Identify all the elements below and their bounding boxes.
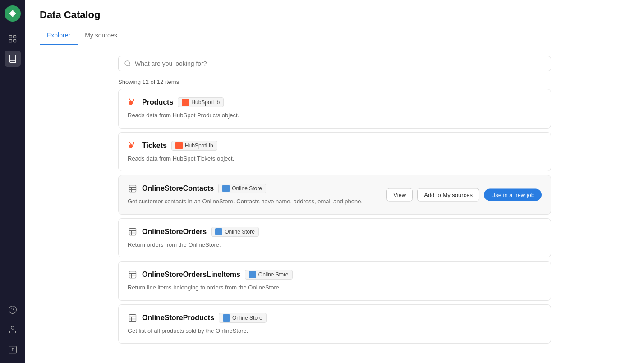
tab-explorer[interactable]: Explorer bbox=[40, 28, 78, 45]
badge-icon-online-store-contacts bbox=[222, 185, 230, 192]
hubspot-icon-products bbox=[128, 97, 138, 107]
svg-rect-5 bbox=[14, 40, 16, 42]
item-actions-contacts: View Add to My sources Use in a new job bbox=[386, 188, 542, 201]
table-icon-contacts bbox=[128, 184, 138, 193]
catalog-item-online-store-products: OnlineStoreProducts Online Store Get lis… bbox=[118, 304, 551, 344]
item-header-tickets: Tickets HubSpotLib bbox=[128, 141, 542, 151]
svg-rect-16 bbox=[129, 228, 136, 235]
sidebar bbox=[0, 0, 25, 363]
badge-online-store-products: Online Store bbox=[219, 313, 267, 323]
item-description-products: Reads data from HubSpot Products object. bbox=[128, 111, 542, 120]
sidebar-item-user[interactable] bbox=[5, 322, 21, 338]
item-header-orders: OnlineStoreOrders Online Store bbox=[128, 227, 542, 237]
badge-icon-online-store-orders bbox=[215, 228, 222, 235]
svg-point-6 bbox=[9, 306, 17, 314]
sidebar-item-help[interactable] bbox=[5, 302, 21, 318]
header: Data Catalog Explorer My sources bbox=[25, 0, 644, 45]
main-content: Data Catalog Explorer My sources Showing… bbox=[25, 0, 644, 363]
item-header-orders-line-items: OnlineStoreOrdersLineItems Online Store bbox=[128, 270, 542, 280]
svg-rect-24 bbox=[129, 314, 136, 321]
svg-point-10 bbox=[125, 61, 130, 66]
sidebar-item-share[interactable] bbox=[5, 341, 21, 358]
sidebar-item-book[interactable] bbox=[5, 51, 21, 67]
badge-label-orders-line-items: Online Store bbox=[258, 271, 289, 278]
badge-label-products: HubSpotLib bbox=[191, 99, 220, 106]
item-header-online-store-products: OnlineStoreProducts Online Store bbox=[128, 313, 542, 323]
item-name-contacts: OnlineStoreContacts bbox=[142, 184, 214, 193]
catalog-list: Products HubSpotLib Reads data from HubS… bbox=[118, 89, 551, 344]
catalog-item-online-store-orders: OnlineStoreOrders Online Store Return or… bbox=[118, 218, 551, 258]
content-area: Showing 12 of 12 items Products HubSpotL… bbox=[25, 45, 644, 363]
item-name-orders-line-items: OnlineStoreOrdersLineItems bbox=[142, 271, 240, 279]
svg-point-1 bbox=[11, 12, 14, 15]
badge-label-orders: Online Store bbox=[225, 229, 255, 235]
add-sources-button-contacts[interactable]: Add to My sources bbox=[417, 188, 479, 201]
use-job-button-contacts[interactable]: Use in a new job bbox=[484, 188, 542, 201]
item-header-products: Products HubSpotLib bbox=[128, 97, 542, 107]
badge-tickets: HubSpotLib bbox=[171, 141, 217, 151]
badge-icon-hubspot-products bbox=[182, 99, 189, 106]
item-name-tickets: Tickets bbox=[142, 142, 167, 150]
catalog-item-tickets: Tickets HubSpotLib Reads data from HubSp… bbox=[118, 132, 551, 172]
badge-label-online-store-products: Online Store bbox=[232, 315, 262, 321]
svg-line-11 bbox=[129, 65, 130, 66]
svg-rect-20 bbox=[129, 271, 136, 278]
hubspot-icon-tickets bbox=[128, 141, 138, 151]
item-name-products: Products bbox=[142, 98, 173, 106]
app-logo[interactable] bbox=[5, 5, 21, 22]
table-icon-online-store-products bbox=[128, 313, 138, 323]
item-name-online-store-products: OnlineStoreProducts bbox=[142, 314, 214, 322]
item-description-tickets: Reads data from HubSpot Tickets object. bbox=[128, 154, 542, 163]
search-box bbox=[118, 56, 551, 71]
svg-rect-3 bbox=[14, 36, 16, 38]
badge-products: HubSpotLib bbox=[178, 97, 224, 107]
svg-rect-4 bbox=[9, 40, 12, 42]
table-icon-orders-line-items bbox=[128, 270, 138, 280]
badge-icon-hubspot-tickets bbox=[175, 142, 183, 149]
table-icon-orders bbox=[128, 227, 138, 237]
catalog-item-online-store-contacts: OnlineStoreContacts Online Store Get cus… bbox=[118, 175, 551, 215]
badge-icon-online-store-orders-line-items bbox=[249, 271, 256, 278]
badge-contacts: Online Store bbox=[218, 184, 266, 193]
search-icon bbox=[124, 60, 131, 67]
svg-rect-2 bbox=[9, 36, 12, 38]
badge-orders-line-items: Online Store bbox=[245, 270, 293, 280]
item-description-online-store-products: Get list of all products sold by the Onl… bbox=[128, 326, 542, 335]
catalog-item-products: Products HubSpotLib Reads data from HubS… bbox=[118, 89, 551, 129]
badge-label-contacts: Online Store bbox=[232, 185, 262, 192]
svg-rect-12 bbox=[129, 185, 136, 192]
svg-point-8 bbox=[11, 326, 14, 330]
sidebar-bottom bbox=[5, 302, 21, 358]
tab-my-sources[interactable]: My sources bbox=[78, 28, 124, 45]
view-button-contacts[interactable]: View bbox=[386, 188, 413, 201]
catalog-item-orders-line-items: OnlineStoreOrdersLineItems Online Store … bbox=[118, 261, 551, 301]
item-description-orders-line-items: Return line items belonging to orders fr… bbox=[128, 283, 542, 292]
item-name-orders: OnlineStoreOrders bbox=[142, 228, 207, 236]
count-text: Showing 12 of 12 items bbox=[118, 78, 551, 85]
badge-orders: Online Store bbox=[211, 227, 259, 237]
page-title: Data Catalog bbox=[40, 9, 630, 21]
item-description-orders: Return orders from the OnlineStore. bbox=[128, 240, 542, 249]
tabs: Explorer My sources bbox=[40, 28, 630, 45]
badge-icon-online-store-products bbox=[223, 314, 230, 322]
sidebar-item-grid[interactable] bbox=[5, 31, 21, 47]
search-container bbox=[118, 56, 551, 71]
search-input[interactable] bbox=[135, 60, 545, 67]
badge-label-tickets: HubSpotLib bbox=[185, 142, 213, 149]
